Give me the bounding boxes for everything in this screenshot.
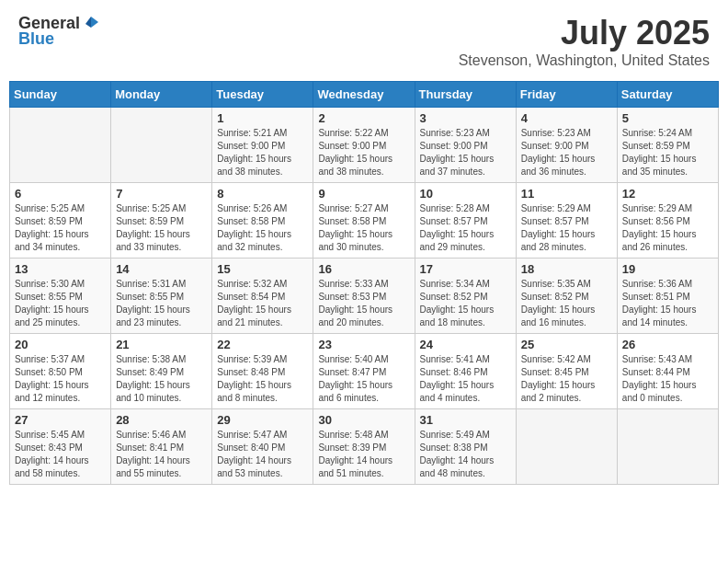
calendar-cell: 8Sunrise: 5:26 AMSunset: 8:58 PMDaylight… (212, 183, 313, 259)
day-info: Sunrise: 5:25 AMSunset: 8:59 PMDaylight:… (116, 202, 207, 254)
calendar-cell: 13Sunrise: 5:30 AMSunset: 8:55 PMDayligh… (10, 259, 111, 334)
day-info: Sunrise: 5:34 AMSunset: 8:52 PMDaylight:… (420, 278, 511, 329)
calendar-day-header: Saturday (617, 82, 718, 108)
calendar-cell: 25Sunrise: 5:42 AMSunset: 8:45 PMDayligh… (516, 334, 617, 409)
day-info: Sunrise: 5:47 AMSunset: 8:40 PMDaylight:… (217, 429, 308, 480)
day-number: 1 (217, 111, 308, 125)
day-info: Sunrise: 5:40 AMSunset: 8:47 PMDaylight:… (318, 353, 409, 405)
day-number: 3 (420, 111, 511, 125)
day-info: Sunrise: 5:27 AMSunset: 8:58 PMDaylight:… (318, 202, 409, 254)
calendar-week-row: 20Sunrise: 5:37 AMSunset: 8:50 PMDayligh… (10, 334, 719, 409)
day-info: Sunrise: 5:23 AMSunset: 9:00 PMDaylight:… (521, 127, 612, 178)
day-number: 28 (116, 413, 207, 427)
day-info: Sunrise: 5:39 AMSunset: 8:48 PMDaylight:… (217, 353, 308, 405)
day-number: 15 (217, 262, 308, 276)
calendar-day-header: Tuesday (212, 82, 313, 108)
calendar-cell: 16Sunrise: 5:33 AMSunset: 8:53 PMDayligh… (313, 259, 415, 334)
day-info: Sunrise: 5:49 AMSunset: 8:38 PMDaylight:… (420, 429, 511, 480)
calendar-cell: 20Sunrise: 5:37 AMSunset: 8:50 PMDayligh… (10, 334, 111, 409)
calendar-cell: 19Sunrise: 5:36 AMSunset: 8:51 PMDayligh… (617, 259, 718, 334)
day-number: 7 (116, 187, 207, 201)
day-number: 30 (318, 413, 409, 427)
calendar-week-row: 27Sunrise: 5:45 AMSunset: 8:43 PMDayligh… (10, 409, 719, 485)
calendar-cell: 27Sunrise: 5:45 AMSunset: 8:43 PMDayligh… (10, 409, 111, 485)
day-number: 10 (420, 187, 511, 201)
calendar-cell (111, 108, 212, 183)
calendar-cell: 23Sunrise: 5:40 AMSunset: 8:47 PMDayligh… (313, 334, 415, 409)
calendar-cell: 1Sunrise: 5:21 AMSunset: 9:00 PMDaylight… (212, 108, 313, 183)
calendar-header-row: SundayMondayTuesdayWednesdayThursdayFrid… (10, 82, 719, 108)
day-number: 29 (217, 413, 308, 427)
svg-marker-1 (85, 17, 91, 28)
logo-blue-text: Blue (18, 29, 54, 49)
day-info: Sunrise: 5:25 AMSunset: 8:59 PMDaylight:… (15, 202, 106, 254)
calendar-cell: 18Sunrise: 5:35 AMSunset: 8:52 PMDayligh… (516, 259, 617, 334)
calendar-cell: 22Sunrise: 5:39 AMSunset: 8:48 PMDayligh… (212, 334, 313, 409)
day-info: Sunrise: 5:26 AMSunset: 8:58 PMDaylight:… (217, 202, 308, 254)
calendar-cell: 9Sunrise: 5:27 AMSunset: 8:58 PMDaylight… (313, 183, 415, 259)
day-info: Sunrise: 5:48 AMSunset: 8:39 PMDaylight:… (318, 429, 409, 480)
calendar-cell: 31Sunrise: 5:49 AMSunset: 8:38 PMDayligh… (415, 409, 516, 485)
day-number: 16 (318, 262, 409, 276)
calendar-week-row: 13Sunrise: 5:30 AMSunset: 8:55 PMDayligh… (10, 259, 719, 334)
day-info: Sunrise: 5:42 AMSunset: 8:45 PMDaylight:… (521, 353, 612, 405)
calendar-day-header: Friday (516, 82, 617, 108)
calendar-week-row: 1Sunrise: 5:21 AMSunset: 9:00 PMDaylight… (10, 108, 719, 183)
day-info: Sunrise: 5:22 AMSunset: 9:00 PMDaylight:… (318, 127, 409, 178)
day-info: Sunrise: 5:45 AMSunset: 8:43 PMDaylight:… (15, 429, 106, 480)
calendar-cell: 30Sunrise: 5:48 AMSunset: 8:39 PMDayligh… (313, 409, 415, 485)
calendar-cell: 17Sunrise: 5:34 AMSunset: 8:52 PMDayligh… (415, 259, 516, 334)
calendar-day-header: Monday (111, 82, 212, 108)
svg-marker-0 (91, 17, 98, 28)
day-number: 26 (622, 338, 713, 351)
day-info: Sunrise: 5:28 AMSunset: 8:57 PMDaylight:… (420, 202, 511, 254)
day-number: 24 (420, 338, 511, 351)
day-number: 27 (15, 413, 106, 427)
day-info: Sunrise: 5:46 AMSunset: 8:41 PMDaylight:… (116, 429, 207, 480)
day-number: 2 (318, 111, 409, 125)
day-info: Sunrise: 5:37 AMSunset: 8:50 PMDaylight:… (15, 353, 106, 405)
calendar-cell: 21Sunrise: 5:38 AMSunset: 8:49 PMDayligh… (111, 334, 212, 409)
day-info: Sunrise: 5:32 AMSunset: 8:54 PMDaylight:… (217, 278, 308, 329)
calendar-cell: 2Sunrise: 5:22 AMSunset: 9:00 PMDaylight… (313, 108, 415, 183)
day-number: 21 (116, 338, 207, 351)
page-header: General Blue July 2025 Stevenson, Washin… (9, 9, 719, 74)
calendar-table: SundayMondayTuesdayWednesdayThursdayFrid… (9, 81, 719, 485)
logo: General Blue (18, 14, 100, 49)
calendar-cell: 3Sunrise: 5:23 AMSunset: 9:00 PMDaylight… (415, 108, 516, 183)
day-number: 25 (521, 338, 612, 351)
calendar-cell: 26Sunrise: 5:43 AMSunset: 8:44 PMDayligh… (617, 334, 718, 409)
calendar-cell: 7Sunrise: 5:25 AMSunset: 8:59 PMDaylight… (111, 183, 212, 259)
day-number: 8 (217, 187, 308, 201)
day-info: Sunrise: 5:33 AMSunset: 8:53 PMDaylight:… (318, 278, 409, 329)
day-info: Sunrise: 5:36 AMSunset: 8:51 PMDaylight:… (622, 278, 713, 329)
day-number: 9 (318, 187, 409, 201)
day-info: Sunrise: 5:21 AMSunset: 9:00 PMDaylight:… (217, 127, 308, 178)
day-info: Sunrise: 5:24 AMSunset: 8:59 PMDaylight:… (622, 127, 713, 178)
calendar-cell: 15Sunrise: 5:32 AMSunset: 8:54 PMDayligh… (212, 259, 313, 334)
day-info: Sunrise: 5:30 AMSunset: 8:55 PMDaylight:… (15, 278, 106, 329)
day-number: 11 (521, 187, 612, 201)
calendar-cell (10, 108, 111, 183)
day-number: 23 (318, 338, 409, 351)
calendar-cell: 12Sunrise: 5:29 AMSunset: 8:56 PMDayligh… (617, 183, 718, 259)
day-number: 5 (622, 111, 713, 125)
calendar-cell (617, 409, 718, 485)
day-info: Sunrise: 5:31 AMSunset: 8:55 PMDaylight:… (116, 278, 207, 329)
day-number: 13 (15, 262, 106, 276)
calendar-cell: 6Sunrise: 5:25 AMSunset: 8:59 PMDaylight… (10, 183, 111, 259)
calendar-day-header: Thursday (415, 82, 516, 108)
calendar-week-row: 6Sunrise: 5:25 AMSunset: 8:59 PMDaylight… (10, 183, 719, 259)
day-info: Sunrise: 5:23 AMSunset: 9:00 PMDaylight:… (420, 127, 511, 178)
day-number: 12 (622, 187, 713, 201)
day-info: Sunrise: 5:38 AMSunset: 8:49 PMDaylight:… (116, 353, 207, 405)
calendar-cell: 5Sunrise: 5:24 AMSunset: 8:59 PMDaylight… (617, 108, 718, 183)
day-info: Sunrise: 5:41 AMSunset: 8:46 PMDaylight:… (420, 353, 511, 405)
day-number: 22 (217, 338, 308, 351)
calendar-cell: 14Sunrise: 5:31 AMSunset: 8:55 PMDayligh… (111, 259, 212, 334)
day-number: 20 (15, 338, 106, 351)
logo-flag-icon (82, 15, 100, 33)
calendar-cell: 10Sunrise: 5:28 AMSunset: 8:57 PMDayligh… (415, 183, 516, 259)
day-number: 18 (521, 262, 612, 276)
calendar-cell: 28Sunrise: 5:46 AMSunset: 8:41 PMDayligh… (111, 409, 212, 485)
